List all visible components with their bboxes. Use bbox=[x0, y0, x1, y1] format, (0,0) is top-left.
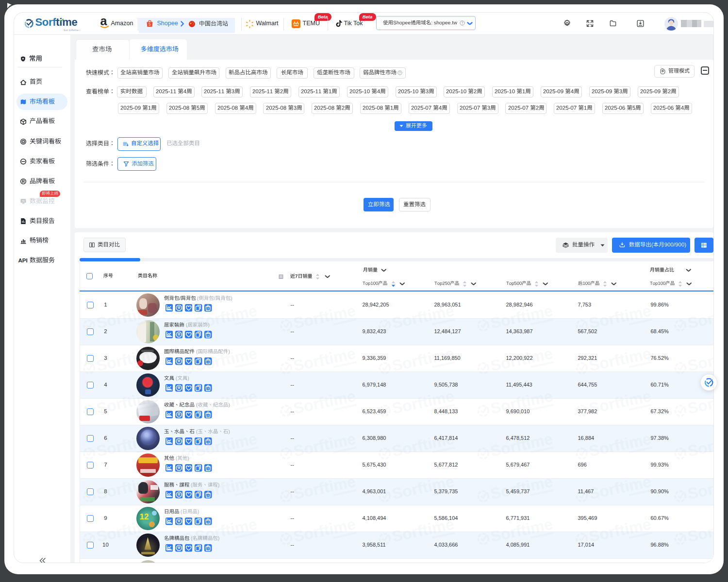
svg-text:Sorftime: Sorftime bbox=[193, 302, 258, 332]
svg-text:Sorftime: Sorftime bbox=[292, 430, 357, 460]
svg-text:Sorftime: Sorftime bbox=[489, 515, 554, 545]
svg-text:Sorftime: Sorftime bbox=[193, 387, 258, 417]
svg-text:Sorftime: Sorftime bbox=[390, 344, 455, 374]
svg-text:Sorftime: Sorftime bbox=[95, 344, 160, 374]
svg-text:Sorftime: Sorftime bbox=[292, 344, 357, 374]
svg-text:Sorftime: Sorftime bbox=[292, 387, 357, 417]
svg-text:Sorftime: Sorftime bbox=[193, 430, 258, 460]
svg-text:Sorftime: Sorftime bbox=[489, 472, 554, 502]
svg-text:Sorftime: Sorftime bbox=[390, 472, 455, 502]
svg-text:Sorftime: Sorftime bbox=[193, 515, 258, 545]
svg-text:Sorftime: Sorftime bbox=[686, 344, 713, 374]
svg-text:Sorftime: Sorftime bbox=[95, 430, 160, 460]
svg-text:Sorftime: Sorftime bbox=[686, 472, 713, 502]
svg-text:Sorftime: Sorftime bbox=[95, 515, 160, 545]
svg-text:Sorftime: Sorftime bbox=[390, 515, 455, 545]
svg-text:Sorftime: Sorftime bbox=[686, 302, 713, 332]
svg-text:Sorftime: Sorftime bbox=[390, 387, 455, 417]
svg-text:Sorftime: Sorftime bbox=[587, 302, 652, 332]
svg-text:Sorftime: Sorftime bbox=[489, 430, 554, 460]
svg-text:Sort & Refine & Free: Sort & Refine & Free bbox=[64, 29, 80, 31]
svg-text:Sorftime: Sorftime bbox=[686, 515, 713, 545]
svg-text:Sorftime: Sorftime bbox=[587, 472, 652, 502]
svg-text:Sorftime: Sorftime bbox=[292, 515, 357, 545]
svg-text:Sorftime: Sorftime bbox=[390, 430, 455, 460]
svg-text:Sorftime: Sorftime bbox=[193, 472, 258, 502]
svg-text:Sorftime: Sorftime bbox=[489, 302, 554, 332]
svg-text:Sorftime: Sorftime bbox=[686, 430, 713, 460]
svg-text:Sorftime: Sorftime bbox=[95, 472, 160, 502]
svg-text:Sorftime: Sorftime bbox=[292, 302, 357, 332]
svg-text:Sorftime: Sorftime bbox=[390, 302, 455, 332]
svg-text:Sorftime: Sorftime bbox=[489, 387, 554, 417]
svg-text:Sorftime: Sorftime bbox=[193, 344, 258, 374]
svg-text:Sorftime: Sorftime bbox=[95, 302, 160, 332]
svg-text:Sorftime: Sorftime bbox=[587, 387, 652, 417]
svg-text:Sorftime: Sorftime bbox=[95, 387, 160, 417]
svg-text:Sorftime: Sorftime bbox=[686, 387, 713, 417]
svg-text:Sorftime: Sorftime bbox=[587, 344, 652, 374]
svg-text:Sorftime: Sorftime bbox=[292, 472, 357, 502]
svg-text:Sorftime: Sorftime bbox=[587, 430, 652, 460]
svg-text:Sorftime: Sorftime bbox=[489, 344, 554, 374]
svg-text:Sorftime: Sorftime bbox=[587, 515, 652, 545]
